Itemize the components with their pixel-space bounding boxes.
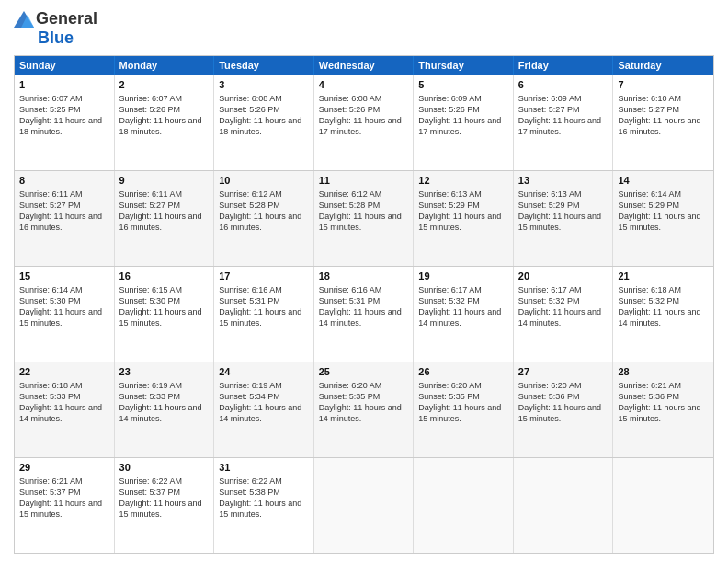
sunrise-text: Sunrise: 6:07 AM <box>19 94 83 103</box>
day-cell: 1Sunrise: 6:07 AMSunset: 5:25 PMDaylight… <box>15 75 115 170</box>
day-cell: 22Sunrise: 6:18 AMSunset: 5:33 PMDayligh… <box>15 362 115 457</box>
daylight-text: Daylight: 11 hours and 15 minutes. <box>418 403 501 423</box>
weekday-header: Monday <box>115 56 215 75</box>
day-number: 22 <box>19 365 109 379</box>
day-number: 12 <box>418 174 508 188</box>
day-number: 26 <box>418 365 508 379</box>
daylight-text: Daylight: 11 hours and 15 minutes. <box>518 212 601 232</box>
calendar-week: 15Sunrise: 6:14 AMSunset: 5:30 PMDayligh… <box>15 266 713 362</box>
sunrise-text: Sunrise: 6:15 AM <box>119 285 183 294</box>
sunrise-text: Sunrise: 6:08 AM <box>219 94 282 103</box>
daylight-text: Daylight: 11 hours and 16 minutes. <box>618 116 700 136</box>
sunset-text: Sunset: 5:29 PM <box>618 201 679 210</box>
sunset-text: Sunset: 5:35 PM <box>319 392 381 401</box>
day-number: 24 <box>219 365 309 379</box>
sunset-text: Sunset: 5:36 PM <box>618 392 679 401</box>
calendar-week: 8Sunrise: 6:11 AMSunset: 5:27 PMDaylight… <box>15 170 713 266</box>
sunset-text: Sunset: 5:27 PM <box>518 105 580 114</box>
day-number: 29 <box>19 461 109 475</box>
sunrise-text: Sunrise: 6:20 AM <box>518 381 582 390</box>
weekday-header: Thursday <box>414 56 514 75</box>
day-number: 18 <box>319 270 409 283</box>
day-cell: 3Sunrise: 6:08 AMSunset: 5:26 PMDaylight… <box>214 75 314 170</box>
day-number: 8 <box>19 174 109 188</box>
calendar-week: 22Sunrise: 6:18 AMSunset: 5:33 PMDayligh… <box>15 362 713 457</box>
sunrise-text: Sunrise: 6:08 AM <box>319 94 382 103</box>
day-number: 23 <box>119 365 210 379</box>
day-number: 6 <box>518 78 609 92</box>
day-cell: 19Sunrise: 6:17 AMSunset: 5:32 PMDayligh… <box>414 267 514 362</box>
day-cell: 13Sunrise: 6:13 AMSunset: 5:29 PMDayligh… <box>514 171 614 266</box>
day-number: 16 <box>119 270 210 283</box>
sunrise-text: Sunrise: 6:13 AM <box>518 190 582 199</box>
day-number: 19 <box>418 270 508 283</box>
calendar: SundayMondayTuesdayWednesdayThursdayFrid… <box>14 55 714 554</box>
daylight-text: Daylight: 11 hours and 15 minutes. <box>219 307 301 327</box>
calendar-week: 1Sunrise: 6:07 AMSunset: 5:25 PMDaylight… <box>15 75 713 170</box>
sunset-text: Sunset: 5:29 PM <box>518 201 580 210</box>
day-cell: 4Sunrise: 6:08 AMSunset: 5:26 PMDaylight… <box>314 75 415 170</box>
day-number: 2 <box>119 78 210 92</box>
daylight-text: Daylight: 11 hours and 16 minutes. <box>119 212 202 232</box>
sunrise-text: Sunrise: 6:09 AM <box>418 94 482 103</box>
day-number: 4 <box>319 78 409 92</box>
daylight-text: Daylight: 11 hours and 14 minutes. <box>618 307 700 327</box>
day-cell: 15Sunrise: 6:14 AMSunset: 5:30 PMDayligh… <box>15 267 115 362</box>
daylight-text: Daylight: 11 hours and 16 minutes. <box>19 212 102 232</box>
day-number: 20 <box>518 270 609 283</box>
day-number: 7 <box>618 78 709 92</box>
day-cell: 14Sunrise: 6:14 AMSunset: 5:29 PMDayligh… <box>613 171 713 266</box>
daylight-text: Daylight: 11 hours and 15 minutes. <box>518 403 601 423</box>
sunset-text: Sunset: 5:27 PM <box>618 105 679 114</box>
daylight-text: Daylight: 11 hours and 17 minutes. <box>418 116 501 136</box>
weekday-header: Tuesday <box>214 56 314 75</box>
day-cell: 24Sunrise: 6:19 AMSunset: 5:34 PMDayligh… <box>214 362 314 457</box>
daylight-text: Daylight: 11 hours and 15 minutes. <box>219 499 301 519</box>
daylight-text: Daylight: 11 hours and 14 minutes. <box>418 307 501 327</box>
sunset-text: Sunset: 5:26 PM <box>219 105 280 114</box>
sunrise-text: Sunrise: 6:14 AM <box>618 190 681 199</box>
day-cell: 21Sunrise: 6:18 AMSunset: 5:32 PMDayligh… <box>613 267 713 362</box>
sunrise-text: Sunrise: 6:18 AM <box>618 285 681 294</box>
day-number: 27 <box>518 365 609 379</box>
logo-blue: Blue <box>38 29 74 48</box>
sunset-text: Sunset: 5:27 PM <box>19 201 81 210</box>
day-number: 15 <box>19 270 109 283</box>
day-number: 3 <box>219 78 309 92</box>
sunset-text: Sunset: 5:37 PM <box>19 488 81 497</box>
daylight-text: Daylight: 11 hours and 15 minutes. <box>319 212 402 232</box>
sunrise-text: Sunrise: 6:18 AM <box>19 381 83 390</box>
sunset-text: Sunset: 5:27 PM <box>119 201 181 210</box>
sunset-text: Sunset: 5:33 PM <box>19 392 81 401</box>
sunset-text: Sunset: 5:28 PM <box>319 201 381 210</box>
sunset-text: Sunset: 5:28 PM <box>219 201 280 210</box>
sunrise-text: Sunrise: 6:07 AM <box>119 94 183 103</box>
daylight-text: Daylight: 11 hours and 16 minutes. <box>219 212 301 232</box>
day-cell: 5Sunrise: 6:09 AMSunset: 5:26 PMDaylight… <box>414 75 514 170</box>
daylight-text: Daylight: 11 hours and 18 minutes. <box>119 116 202 136</box>
day-cell: 7Sunrise: 6:10 AMSunset: 5:27 PMDaylight… <box>613 75 713 170</box>
day-cell: 16Sunrise: 6:15 AMSunset: 5:30 PMDayligh… <box>115 267 215 362</box>
day-cell: 10Sunrise: 6:12 AMSunset: 5:28 PMDayligh… <box>214 171 314 266</box>
sunset-text: Sunset: 5:32 PM <box>418 296 480 305</box>
day-number: 30 <box>119 461 210 475</box>
daylight-text: Daylight: 11 hours and 17 minutes. <box>319 116 402 136</box>
weekday-header: Wednesday <box>314 56 415 75</box>
daylight-text: Daylight: 11 hours and 15 minutes. <box>618 212 700 232</box>
sunset-text: Sunset: 5:26 PM <box>418 105 480 114</box>
sunrise-text: Sunrise: 6:13 AM <box>418 190 482 199</box>
logo: General Blue <box>14 9 97 48</box>
day-cell: 26Sunrise: 6:20 AMSunset: 5:35 PMDayligh… <box>414 362 514 457</box>
sunset-text: Sunset: 5:37 PM <box>119 488 181 497</box>
day-cell: 29Sunrise: 6:21 AMSunset: 5:37 PMDayligh… <box>15 458 115 553</box>
day-number: 10 <box>219 174 309 188</box>
sunrise-text: Sunrise: 6:09 AM <box>518 94 582 103</box>
day-cell: 9Sunrise: 6:11 AMSunset: 5:27 PMDaylight… <box>115 171 215 266</box>
sunrise-text: Sunrise: 6:16 AM <box>219 285 282 294</box>
sunrise-text: Sunrise: 6:16 AM <box>319 285 382 294</box>
day-cell: 17Sunrise: 6:16 AMSunset: 5:31 PMDayligh… <box>214 267 314 362</box>
header: General Blue <box>14 9 714 48</box>
daylight-text: Daylight: 11 hours and 18 minutes. <box>219 116 301 136</box>
sunset-text: Sunset: 5:30 PM <box>19 296 81 305</box>
page: General Blue SundayMondayTuesdayWednesda… <box>0 0 728 563</box>
